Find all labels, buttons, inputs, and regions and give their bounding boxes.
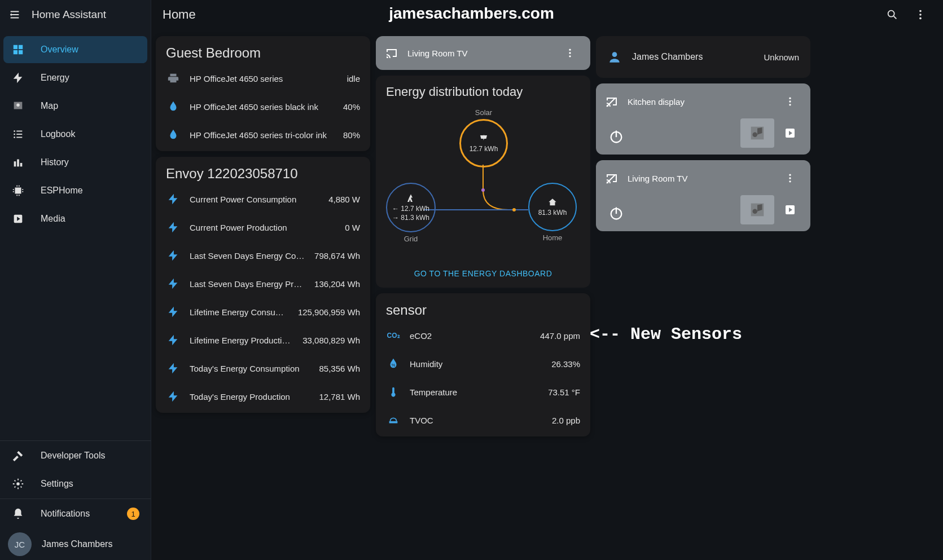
sidebar: Home Assistant Overview Energy Map Logbo…: [0, 0, 151, 560]
power-button[interactable]: [605, 202, 628, 224]
energy-node-grid[interactable]: ← 12.7 kWh → 81.3 kWh Grid: [386, 183, 436, 243]
entity-name: Humidity: [410, 359, 542, 369]
entity-row[interactable]: Last Seven Days Energy Pr… 136,204 Wh: [156, 270, 370, 298]
entity-row[interactable]: Last Seven Days Energy Co… 798,674 Wh: [156, 241, 370, 270]
person-icon: [607, 50, 622, 64]
app-title: Home Assistant: [32, 8, 106, 21]
entity-row[interactable]: Lifetime Energy Producti… 33,080,829 Wh: [156, 326, 370, 354]
media-card[interactable]: Living Room TV: [596, 160, 810, 231]
card-title: sensor: [376, 296, 590, 321]
entity-row[interactable]: HP OfficeJet 4650 series black ink 40%: [156, 92, 370, 121]
svg-point-31: [789, 100, 791, 102]
svg-rect-1: [19, 45, 23, 49]
sidebar-user[interactable]: JC James Chambers: [0, 528, 151, 560]
svg-rect-2: [14, 50, 17, 54]
sidebar-item-energy[interactable]: Energy: [3, 64, 147, 91]
card-envoy: Envoy 122023058710 Current Power Consump…: [156, 157, 370, 413]
card-person[interactable]: James Chambers Unknown: [596, 36, 810, 78]
media-art-icon: [740, 118, 774, 148]
energy-node-solar[interactable]: Solar 12.7 kWh: [459, 108, 508, 167]
entity-value: 0 W: [345, 223, 360, 232]
hammer-icon: [11, 449, 25, 462]
energy-dashboard-link[interactable]: GO TO THE ENERGY DASHBOARD: [414, 269, 552, 278]
media-title: Living Room TV: [628, 174, 770, 183]
sidebar-item-esphome[interactable]: ESPHome: [3, 177, 147, 204]
user-avatar: JC: [8, 532, 32, 556]
svg-rect-6: [16, 131, 22, 132]
svg-rect-27: [389, 421, 398, 424]
energy-node-home[interactable]: 81.3 kWh Home: [528, 183, 577, 242]
entity-row[interactable]: Current Power Production 0 W: [156, 213, 370, 241]
sidebar-item-overview[interactable]: Overview: [3, 36, 147, 63]
media-icon: [11, 212, 25, 226]
svg-point-38: [789, 180, 791, 182]
sidebar-item-label: Overview: [41, 45, 139, 55]
entity-name: HP OfficeJet 4650 series tri-color ink: [190, 130, 334, 140]
card-menu-button[interactable]: [559, 42, 581, 64]
flash-icon: [166, 248, 181, 263]
person-name: James Chambers: [632, 52, 753, 62]
entity-row[interactable]: % Humidity 26.33%: [376, 350, 590, 378]
node-label: Home: [543, 233, 563, 242]
water-percent-icon: %: [386, 356, 401, 371]
entity-row[interactable]: Today's Energy Consumption 85,356 Wh: [156, 354, 370, 382]
card-sensor: sensor CO₂ eCO2 447.0 ppm % Humidity 26.…: [376, 293, 590, 436]
svg-point-20: [919, 17, 922, 20]
card-menu-button[interactable]: [779, 90, 801, 113]
sidebar-item-label: Media: [41, 214, 139, 224]
entity-row[interactable]: HP OfficeJet 4650 series tri-color ink 8…: [156, 121, 370, 149]
sidebar-item-history[interactable]: History: [3, 149, 147, 176]
flash-icon: [166, 361, 181, 376]
sidebar-item-settings[interactable]: Settings: [3, 470, 147, 497]
entity-value: 798,674 Wh: [314, 251, 360, 261]
power-button[interactable]: [605, 125, 628, 148]
sidebar-item-media[interactable]: Media: [3, 205, 147, 232]
tvoc-icon: [386, 413, 401, 427]
sidebar-header: Home Assistant: [0, 0, 151, 29]
entity-row[interactable]: Today's Energy Production 12,781 Wh: [156, 382, 370, 411]
overflow-menu-button[interactable]: [909, 3, 932, 26]
entity-row[interactable]: HP OfficeJet 4650 series idle: [156, 64, 370, 92]
svg-rect-8: [16, 134, 22, 135]
card-energy-distribution: Energy distribution today Solar 12.7 kWh: [376, 76, 590, 288]
media-art-icon: [740, 195, 774, 224]
home-icon: [547, 197, 558, 208]
svg-point-36: [789, 174, 791, 176]
card-menu-button[interactable]: [779, 167, 801, 189]
sidebar-item-label: Settings: [41, 479, 139, 489]
entity-row[interactable]: Current Power Consumption 4,880 W: [156, 185, 370, 213]
entity-value: 125,906,959 Wh: [298, 307, 360, 317]
media-card[interactable]: Kitchen display: [596, 83, 810, 155]
entity-value: 73.51 °F: [548, 387, 580, 397]
entity-row[interactable]: Temperature 73.51 °F: [376, 378, 590, 406]
card-living-room-tv[interactable]: Living Room TV: [376, 36, 590, 70]
sidebar-item-notifications[interactable]: Notifications 1: [3, 500, 147, 527]
gear-icon: [11, 477, 25, 491]
node-value-in: ← 12.7 kWh: [392, 205, 429, 213]
sidebar-item-map[interactable]: Map: [3, 92, 147, 120]
browse-media-button[interactable]: [779, 122, 801, 144]
entity-row[interactable]: TVOC 2.0 ppb: [376, 406, 590, 434]
sidebar-item-label: Developer Tools: [41, 451, 139, 461]
menu-toggle-icon[interactable]: [8, 8, 21, 21]
sidebar-item-label: Map: [41, 101, 139, 111]
browse-media-button[interactable]: [779, 199, 801, 221]
search-button[interactable]: [881, 3, 903, 26]
entity-name: Today's Energy Consumption: [190, 364, 310, 373]
card-title: Envoy 122023058710: [156, 159, 370, 185]
svg-point-25: [512, 208, 516, 211]
svg-point-23: [569, 55, 571, 57]
printer-icon: [166, 71, 181, 86]
svg-point-37: [789, 177, 791, 179]
thermometer-icon: [386, 385, 401, 399]
sidebar-item-label: ESPHome: [41, 186, 139, 196]
sidebar-item-logbook[interactable]: Logbook: [3, 121, 147, 148]
entity-row[interactable]: Lifetime Energy Consu… 125,906,959 Wh: [156, 298, 370, 326]
sidebar-item-developer-tools[interactable]: Developer Tools: [3, 442, 147, 469]
card-title: Guest Bedroom: [156, 38, 370, 64]
card-guest-bedroom: Guest Bedroom HP OfficeJet 4650 series i…: [156, 36, 370, 151]
entity-value: 33,080,829 Wh: [302, 336, 360, 345]
grid-icon: [406, 193, 416, 204]
entity-row[interactable]: CO₂ eCO2 447.0 ppm: [376, 321, 590, 350]
sidebar-bottom: Developer Tools Settings Notifications 1…: [0, 440, 151, 560]
